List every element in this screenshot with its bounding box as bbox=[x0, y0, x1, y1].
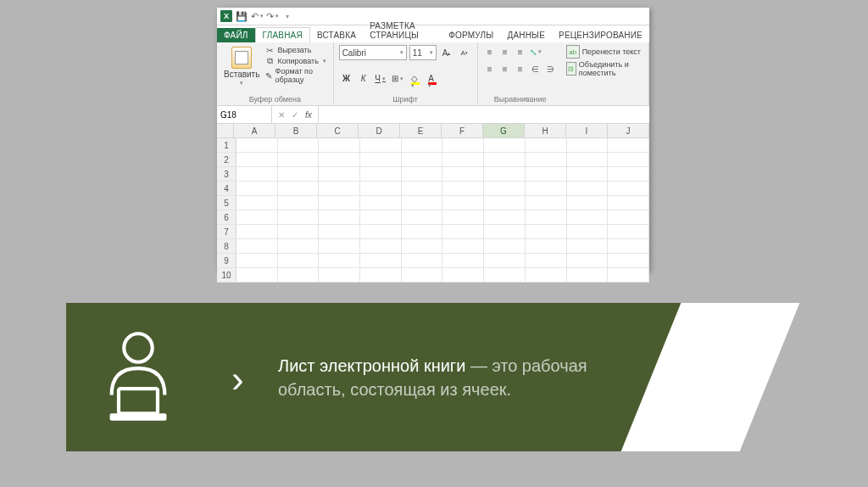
redo-button[interactable]: ↷ bbox=[266, 10, 278, 22]
align-top-icon[interactable]: ≡ bbox=[483, 45, 497, 59]
cell[interactable] bbox=[319, 182, 360, 195]
tab-formulas[interactable]: ФОРМУЛЫ bbox=[442, 28, 500, 42]
column-header[interactable]: G bbox=[483, 124, 525, 137]
cancel-formula-icon[interactable]: ✕ bbox=[275, 110, 287, 120]
column-header[interactable]: J bbox=[608, 124, 649, 137]
cell[interactable] bbox=[236, 167, 278, 181]
cell[interactable] bbox=[278, 167, 320, 181]
cell[interactable] bbox=[484, 167, 526, 181]
cell[interactable] bbox=[608, 239, 649, 253]
cell[interactable] bbox=[608, 225, 649, 238]
cell[interactable] bbox=[360, 268, 402, 282]
cell[interactable] bbox=[526, 239, 567, 253]
column-header[interactable]: F bbox=[442, 124, 483, 137]
cell[interactable] bbox=[236, 239, 278, 253]
cell[interactable] bbox=[567, 210, 609, 224]
align-left-icon[interactable]: ≡ bbox=[483, 62, 497, 76]
cell[interactable] bbox=[319, 239, 360, 253]
tab-file[interactable]: ФАЙЛ bbox=[217, 28, 255, 42]
enter-formula-icon[interactable]: ✓ bbox=[289, 110, 301, 120]
cell[interactable] bbox=[608, 167, 649, 181]
cell[interactable] bbox=[360, 239, 402, 253]
cell[interactable] bbox=[278, 196, 320, 210]
cell[interactable] bbox=[402, 210, 443, 224]
cell[interactable] bbox=[442, 239, 484, 253]
orientation-icon[interactable]: ⤡ bbox=[529, 45, 542, 59]
save-icon[interactable]: 💾 bbox=[236, 10, 248, 22]
cell[interactable] bbox=[236, 210, 278, 224]
column-header[interactable]: E bbox=[400, 124, 442, 137]
cell[interactable] bbox=[442, 153, 484, 166]
cell[interactable] bbox=[360, 138, 402, 152]
row-header[interactable]: 8 bbox=[217, 239, 236, 253]
font-name-select[interactable]: Calibri▾ bbox=[339, 45, 407, 60]
cell[interactable] bbox=[319, 210, 360, 224]
align-bottom-icon[interactable]: ≡ bbox=[514, 45, 527, 59]
cell[interactable] bbox=[608, 182, 649, 195]
select-all-corner[interactable] bbox=[217, 124, 234, 137]
bold-button[interactable]: Ж bbox=[339, 71, 354, 87]
name-box[interactable]: G18 bbox=[217, 106, 272, 123]
column-header[interactable]: D bbox=[359, 124, 400, 137]
font-color-button[interactable]: A bbox=[424, 71, 439, 87]
cell[interactable] bbox=[484, 196, 526, 210]
cell[interactable] bbox=[278, 153, 320, 166]
cell[interactable] bbox=[442, 138, 484, 152]
row-header[interactable]: 6 bbox=[217, 210, 236, 224]
copy-button[interactable]: ⧉ Копировать▾ bbox=[264, 56, 327, 66]
row-header[interactable]: 1 bbox=[217, 138, 236, 152]
cell[interactable] bbox=[402, 268, 443, 282]
cell[interactable] bbox=[319, 138, 360, 152]
border-button[interactable]: ⊞ bbox=[390, 71, 405, 87]
cell[interactable] bbox=[484, 268, 526, 282]
cell[interactable] bbox=[278, 210, 320, 224]
cell[interactable] bbox=[484, 210, 526, 224]
cell[interactable] bbox=[608, 153, 649, 166]
increase-font-icon[interactable]: A▴ bbox=[439, 45, 454, 60]
cell[interactable] bbox=[236, 268, 278, 282]
cell[interactable] bbox=[236, 196, 278, 210]
cut-button[interactable]: ✂ Вырезать bbox=[264, 45, 327, 55]
cell[interactable] bbox=[236, 225, 278, 238]
row-header[interactable]: 9 bbox=[217, 254, 236, 267]
cell[interactable] bbox=[608, 138, 649, 152]
column-header[interactable]: H bbox=[525, 124, 566, 137]
column-header[interactable]: I bbox=[566, 124, 608, 137]
cell[interactable] bbox=[526, 210, 567, 224]
cell[interactable] bbox=[484, 182, 526, 195]
cell[interactable] bbox=[442, 225, 484, 238]
cell[interactable] bbox=[319, 268, 360, 282]
row-header[interactable]: 5 bbox=[217, 196, 236, 210]
cell[interactable] bbox=[526, 268, 567, 282]
cell[interactable] bbox=[236, 254, 278, 267]
cell[interactable] bbox=[360, 196, 402, 210]
increase-indent-icon[interactable]: ∋ bbox=[544, 62, 558, 76]
cell[interactable] bbox=[360, 153, 402, 166]
cell[interactable] bbox=[608, 210, 649, 224]
cell[interactable] bbox=[484, 239, 526, 253]
decrease-indent-icon[interactable]: ∈ bbox=[529, 62, 542, 76]
cell[interactable] bbox=[360, 254, 402, 267]
cell[interactable] bbox=[236, 182, 278, 195]
align-middle-icon[interactable]: ≡ bbox=[498, 45, 512, 59]
fx-icon[interactable]: fx bbox=[303, 110, 314, 120]
cell[interactable] bbox=[442, 268, 484, 282]
cell[interactable] bbox=[526, 254, 567, 267]
row-header[interactable]: 10 bbox=[217, 268, 236, 282]
cell[interactable] bbox=[360, 182, 402, 195]
qat-customize-icon[interactable]: ▾ bbox=[281, 10, 293, 22]
cell[interactable] bbox=[526, 182, 567, 195]
cell[interactable] bbox=[360, 210, 402, 224]
cell[interactable] bbox=[567, 182, 609, 195]
merge-button[interactable]: ⊟ Объединить и поместить bbox=[566, 60, 643, 77]
row-header[interactable]: 2 bbox=[217, 153, 236, 166]
cell[interactable] bbox=[442, 210, 484, 224]
cell[interactable] bbox=[236, 138, 278, 152]
cell[interactable] bbox=[526, 167, 567, 181]
column-header[interactable]: B bbox=[275, 124, 317, 137]
cell[interactable] bbox=[526, 196, 567, 210]
cell[interactable] bbox=[402, 196, 443, 210]
row-header[interactable]: 4 bbox=[217, 182, 236, 195]
cell[interactable] bbox=[526, 225, 567, 238]
cell[interactable] bbox=[567, 239, 609, 253]
